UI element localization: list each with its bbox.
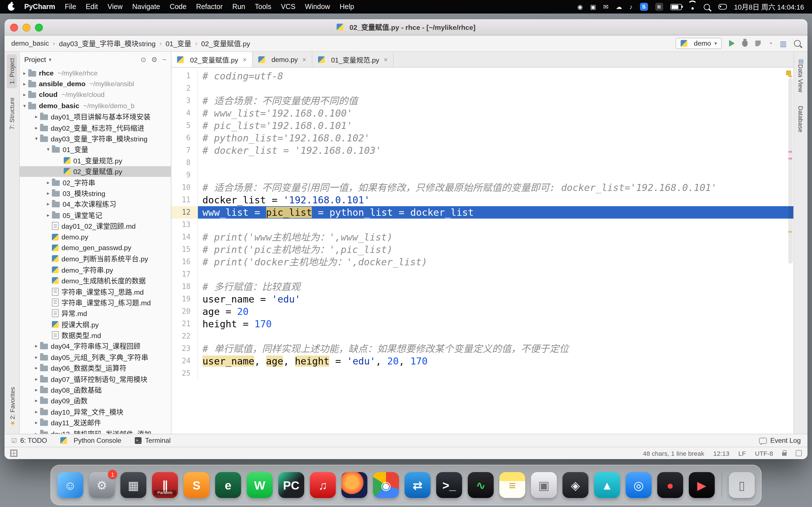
dock-item-remote-desktop[interactable]: ⇄ <box>405 472 430 498</box>
tree-chevron-icon[interactable]: ▾ <box>21 103 28 109</box>
editor-tab[interactable]: demo.py× <box>253 52 313 67</box>
tree-item[interactable]: ▸rhce~/mylike/rhce <box>20 68 171 78</box>
toolwindow-button-favorites[interactable]: ★2: Favorites <box>6 383 17 431</box>
toolbar-button-todo[interactable]: ☑6: TODO <box>11 437 47 445</box>
tree-item[interactable]: ▸02_字符串 <box>20 177 171 188</box>
dock-item-system-settings[interactable]: ⚙1 <box>89 472 115 498</box>
tree-chevron-icon[interactable]: ▸ <box>33 431 40 434</box>
dock-item-activity-monitor[interactable]: ∿ <box>468 472 494 498</box>
menu-app-name[interactable]: PyCharm <box>24 3 55 11</box>
dock-item-finder[interactable]: ☺ <box>57 472 83 498</box>
code-line[interactable]: 1# coding=utf-8 <box>171 70 794 82</box>
tree-item[interactable]: demo_判断当前系统平台.py <box>20 253 171 264</box>
code-line[interactable]: 11docker_list = '192.168.0.101' <box>171 194 794 206</box>
minimize-window-button[interactable] <box>22 24 31 32</box>
editor-scrollbar[interactable] <box>788 78 793 264</box>
tree-chevron-icon[interactable]: ▸ <box>21 70 28 76</box>
dock-item-firefox[interactable] <box>342 472 367 498</box>
tree-item[interactable]: ▸day12_随机密码_发送邮件_添加 <box>20 428 171 434</box>
debug-button[interactable] <box>742 40 748 47</box>
code-line[interactable]: 16# print('docker主机地址为：',docker_list) <box>171 256 794 268</box>
hide-panel-icon[interactable]: − <box>162 55 166 63</box>
tree-item[interactable]: ▸day10_异常_文件_模块 <box>20 406 171 417</box>
dock-item-photo-tool[interactable]: ◈ <box>562 472 589 498</box>
tree-item[interactable]: ▸day08_函数基础 <box>20 385 171 395</box>
code-line[interactable]: 12www_list = pic_list = python_list = do… <box>171 206 794 219</box>
tree-chevron-icon[interactable]: ▸ <box>33 409 40 414</box>
dock-item-launchpad[interactable]: ▦ <box>120 472 146 498</box>
dock-item-evernote[interactable]: e <box>215 472 241 498</box>
menu-file[interactable]: File <box>65 3 76 11</box>
tree-item[interactable]: ▸day06_数据类型_运算符 <box>20 362 171 374</box>
tree-chevron-icon[interactable]: ▸ <box>21 92 28 98</box>
tree-chevron-icon[interactable]: ▸ <box>45 190 52 196</box>
code-line[interactable]: 3# 适合场景：不同变量使用不同的值 <box>171 95 794 107</box>
lock-icon[interactable] <box>782 452 786 456</box>
toolwindow-button-database[interactable]: Database <box>796 102 806 136</box>
code-line[interactable]: 25 <box>171 367 794 380</box>
menu-window[interactable]: Window <box>305 3 330 11</box>
tree-item[interactable]: 字符串_课堂练习_思路.md <box>20 286 171 297</box>
highlighting-level-icon[interactable] <box>796 450 802 456</box>
tree-chevron-icon[interactable]: ▸ <box>33 343 40 349</box>
tree-item[interactable]: ▸ansible_demo~/mylike/ansibl <box>20 78 171 90</box>
profiler-button[interactable]: ◔ <box>768 40 772 47</box>
window-titlebar[interactable]: 02_变量赋值.py - rhce - [~/mylike/rhce] <box>4 19 808 36</box>
tree-item[interactable]: ▸day05_元组_列表_字典_字符串 <box>20 351 171 362</box>
editor-tab[interactable]: 01_变量规范.py× <box>312 52 394 67</box>
dock-item-media-app[interactable]: ● <box>657 472 683 498</box>
tree-item[interactable]: ▸cloud~/mylike/cloud <box>20 90 171 101</box>
stream-app-icon[interactable]: S <box>640 3 648 11</box>
dock-item-wechat[interactable]: W <box>247 472 273 498</box>
breadcrumb-item[interactable]: demo_basic <box>11 40 49 47</box>
tree-item[interactable]: ▾day03_变量_字符串_模块string <box>20 133 171 144</box>
zoom-window-button[interactable] <box>35 24 43 32</box>
tree-item[interactable]: 02_变量赋值.py <box>20 166 171 177</box>
menu-run[interactable]: Run <box>232 3 245 11</box>
tab-close-icon[interactable]: × <box>302 55 306 63</box>
breadcrumb-item[interactable]: 02_变量赋值.py <box>201 38 250 48</box>
tree-chevron-icon[interactable]: ▸ <box>45 202 52 207</box>
search-everywhere-icon[interactable] <box>794 40 801 47</box>
file-encoding[interactable]: UTF-8 <box>755 450 773 457</box>
close-window-button[interactable] <box>10 24 18 32</box>
code-line[interactable]: 22 <box>171 330 794 342</box>
code-line[interactable]: 20age = 20 <box>171 305 794 318</box>
menu-vcs[interactable]: VCS <box>281 3 295 11</box>
tab-close-icon[interactable]: × <box>384 55 388 63</box>
tree-item[interactable]: demo.py <box>20 231 171 242</box>
menu-view[interactable]: View <box>107 3 123 11</box>
code-line[interactable]: 2 <box>171 82 794 95</box>
tree-item[interactable]: ▸03_模块string <box>20 188 171 199</box>
code-line[interactable]: 15# print('pic主机地址为：',pic_list) <box>171 243 794 256</box>
tree-item[interactable]: ▸day09_函数 <box>20 395 171 406</box>
code-line[interactable]: 17 <box>171 268 794 281</box>
tree-chevron-icon[interactable]: ▸ <box>45 212 52 218</box>
toolwindow-button-project[interactable]: 1: Project <box>7 54 17 88</box>
tree-chevron-icon[interactable]: ▸ <box>33 125 40 130</box>
code-line[interactable]: 13 <box>171 219 794 231</box>
dock-item-preview[interactable]: ▣ <box>531 472 557 498</box>
event-log-button[interactable]: Event Log <box>759 437 801 445</box>
run-configuration-selector[interactable]: demo ▾ <box>676 38 722 49</box>
dock-item-stickies[interactable]: ≡ <box>499 472 525 498</box>
mail-icon[interactable]: ✉ <box>603 4 608 10</box>
wifi-icon[interactable] <box>689 4 696 10</box>
tree-item[interactable]: demo_gen_passwd.py <box>20 242 171 253</box>
code-line[interactable]: 6# python_list='192.168.0.102' <box>171 132 794 144</box>
menu-help[interactable]: Help <box>340 3 354 11</box>
tree-chevron-icon[interactable]: ▸ <box>33 114 40 120</box>
menu-navigate[interactable]: Navigate <box>132 3 160 11</box>
coverage-button[interactable] <box>755 41 761 46</box>
tree-chevron-icon[interactable]: ▸ <box>33 420 40 425</box>
breadcrumb-item[interactable]: 01_变量 <box>165 38 191 48</box>
dock-item-parallels[interactable]: ∥Parallels <box>152 472 178 498</box>
tree-chevron-icon[interactable]: ▸ <box>33 376 40 382</box>
code-line[interactable]: 19user_name = 'edu' <box>171 293 794 305</box>
tree-item[interactable]: ▸04_本次课程练习 <box>20 199 171 210</box>
menubar-clock[interactable]: 10月8日 周六 14:04:16 <box>734 2 804 12</box>
dock-item-terminal-app[interactable]: >_ <box>436 472 462 498</box>
code-line[interactable]: 8 <box>171 157 794 169</box>
menu-code[interactable]: Code <box>170 3 187 11</box>
tree-item[interactable]: ▸05_课堂笔记 <box>20 210 171 221</box>
